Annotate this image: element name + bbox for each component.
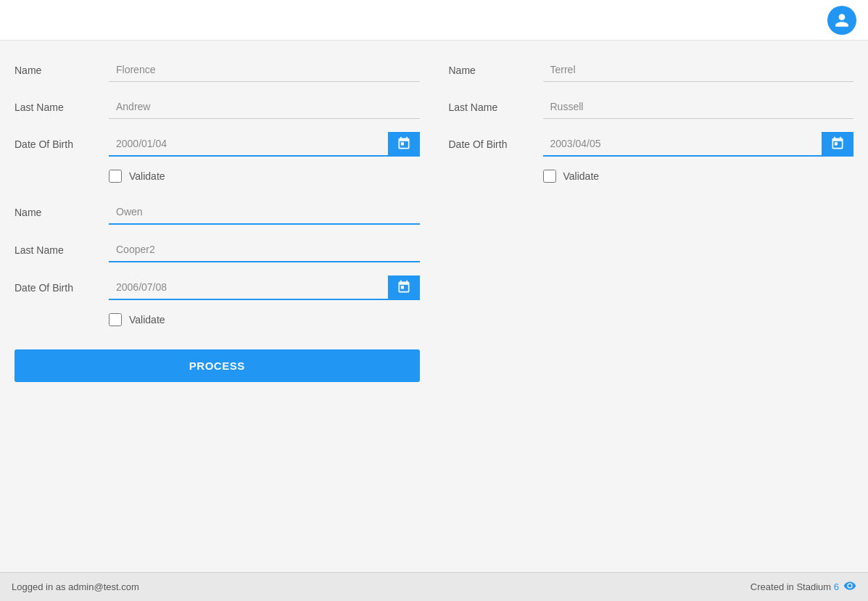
process-button[interactable]: PROCESS (15, 349, 420, 382)
left-validate-label-2: Validate (129, 314, 165, 326)
eye-icon (843, 579, 856, 595)
left-lastname-group-1: Last Name (15, 95, 420, 119)
left-validate-checkbox-1[interactable] (109, 170, 122, 183)
avatar-button[interactable] (827, 6, 856, 35)
left-validate-label-1: Validate (129, 170, 165, 182)
status-bar: Logged in as admin@test.com Created in S… (0, 572, 868, 601)
left-dob-group-2: Date Of Birth (15, 275, 420, 300)
left-dob-label-1: Date Of Birth (15, 138, 109, 150)
left-dob-wrapper-2 (109, 275, 420, 300)
right-name-group: Name (449, 58, 854, 82)
left-dob-wrapper-1 (109, 132, 420, 157)
right-name-label: Name (449, 65, 543, 76)
main-content: Name Last Name Date Of Birth Validate (0, 41, 868, 572)
left-validate-row-2: Validate (15, 313, 420, 326)
right-dob-label: Date Of Birth (449, 138, 543, 150)
logged-in-text: Logged in as admin@test.com (12, 581, 139, 592)
right-lastname-input[interactable] (543, 95, 854, 119)
left-lastname-input-2[interactable] (109, 238, 420, 262)
left-column: Name Last Name Date Of Birth Validate (15, 58, 420, 555)
left-lastname-label-2: Last Name (15, 244, 109, 256)
right-lastname-group: Last Name (449, 95, 854, 119)
right-dob-wrapper (543, 132, 854, 157)
left-name-group-2: Name (15, 200, 420, 225)
left-name-input-1[interactable] (109, 58, 420, 82)
created-stadium-prefix: Created in Stadium 6 (751, 581, 839, 592)
right-validate-row: Validate (449, 170, 854, 183)
left-validate-row-1: Validate (15, 170, 420, 183)
left-calendar-btn-2[interactable] (388, 275, 420, 299)
left-lastname-label-1: Last Name (15, 101, 109, 113)
left-name-input-2[interactable] (109, 200, 420, 225)
right-column: Name Last Name Date Of Birth Validate (449, 58, 854, 555)
left-dob-input-2[interactable] (109, 275, 388, 299)
left-name-label-1: Name (15, 65, 109, 76)
left-name-label-2: Name (15, 207, 109, 218)
right-dob-input[interactable] (543, 132, 822, 155)
left-dob-label-2: Date Of Birth (15, 282, 109, 294)
right-validate-checkbox[interactable] (543, 170, 556, 183)
right-validate-label: Validate (563, 170, 600, 182)
created-stadium: Created in Stadium 6 (751, 579, 856, 595)
right-name-input[interactable] (543, 58, 854, 82)
top-bar (0, 0, 868, 41)
right-lastname-label: Last Name (449, 101, 543, 113)
stadium-link[interactable]: 6 (834, 581, 839, 592)
left-lastname-input-1[interactable] (109, 95, 420, 119)
left-lastname-group-2: Last Name (15, 238, 420, 262)
left-validate-checkbox-2[interactable] (109, 313, 122, 326)
right-calendar-btn[interactable] (822, 132, 853, 155)
right-dob-group: Date Of Birth (449, 132, 854, 157)
left-calendar-btn-1[interactable] (388, 132, 420, 155)
left-dob-group-1: Date Of Birth (15, 132, 420, 157)
left-dob-input-1[interactable] (109, 132, 388, 155)
left-name-group-1: Name (15, 58, 420, 82)
